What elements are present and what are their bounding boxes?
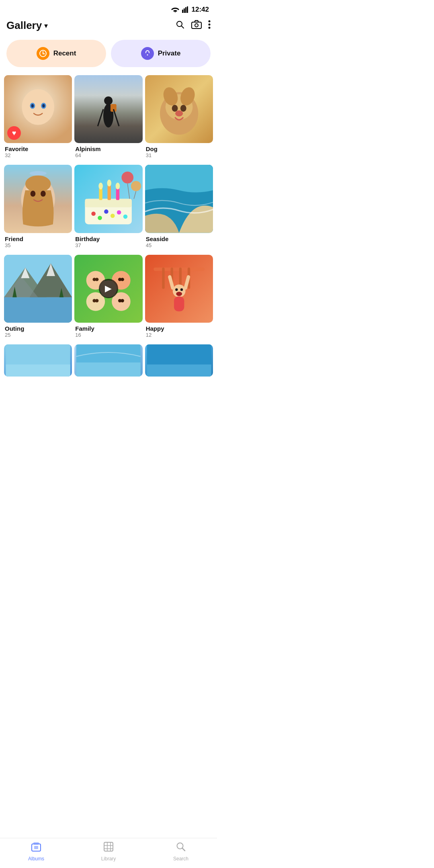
svg-rect-6 <box>192 22 201 29</box>
more-icon[interactable] <box>208 20 211 31</box>
svg-rect-51 <box>99 188 102 201</box>
svg-point-8 <box>209 20 211 22</box>
status-time: 12:42 <box>192 6 209 14</box>
wifi-icon <box>171 6 180 13</box>
header-actions <box>175 20 211 32</box>
svg-rect-3 <box>187 6 188 13</box>
header-title-group: Gallery ▾ <box>6 19 48 32</box>
album-name: Happy <box>146 325 212 332</box>
svg-point-39 <box>25 176 51 192</box>
svg-point-36 <box>175 111 183 117</box>
svg-line-29 <box>114 109 119 126</box>
svg-rect-97 <box>6 364 70 377</box>
svg-point-41 <box>41 191 46 197</box>
album-item[interactable]: Friend 35 <box>4 165 72 252</box>
album-item-partial[interactable] <box>74 344 142 377</box>
album-count: 32 <box>5 152 71 158</box>
svg-point-16 <box>147 54 148 55</box>
album-item-partial[interactable] <box>4 344 72 377</box>
svg-point-50 <box>123 215 128 219</box>
svg-point-42 <box>29 171 46 176</box>
svg-point-57 <box>122 172 134 184</box>
album-name: Outing <box>5 325 71 332</box>
album-count: 25 <box>5 332 71 338</box>
album-item[interactable]: Seaside 45 <box>145 165 213 252</box>
album-count: 12 <box>146 332 212 338</box>
album-thumb-favorite: ♥ <box>4 75 72 143</box>
svg-point-83 <box>121 299 124 302</box>
album-thumb-seaside <box>145 165 213 233</box>
album-thumb-partial <box>145 344 213 377</box>
albums-grid: ♥ Favorite 32 Alpinism 64 <box>0 75 217 377</box>
tab-recent[interactable]: Recent <box>6 40 106 67</box>
album-count: 37 <box>75 242 141 248</box>
album-item[interactable]: ♥ Favorite 32 <box>4 75 72 162</box>
album-info-birthday: Birthday 37 <box>74 233 142 252</box>
album-info-happy: Happy 12 <box>145 323 213 342</box>
svg-point-94 <box>175 288 178 291</box>
search-icon[interactable] <box>175 20 185 32</box>
svg-point-56 <box>116 183 120 190</box>
camera-icon[interactable] <box>191 20 202 31</box>
svg-point-9 <box>209 23 211 25</box>
svg-point-10 <box>209 27 211 29</box>
svg-line-5 <box>182 26 184 28</box>
play-badge: ▶ <box>99 279 118 298</box>
album-thumb-outing <box>4 255 72 323</box>
album-item[interactable]: Birthday 37 <box>74 165 142 252</box>
svg-rect-92 <box>174 296 184 311</box>
album-item[interactable]: ▶ Family 16 <box>74 255 142 342</box>
album-count: 45 <box>146 242 212 248</box>
album-thumb-dog <box>145 75 213 143</box>
svg-rect-1 <box>184 8 185 13</box>
status-bar: 12:42 <box>0 0 217 16</box>
svg-rect-85 <box>162 267 164 289</box>
svg-point-45 <box>92 212 96 216</box>
album-item[interactable]: Outing 25 <box>4 255 72 342</box>
app-header: Gallery ▾ <box>0 16 217 37</box>
svg-point-49 <box>117 211 121 215</box>
album-thumb-partial <box>4 344 72 377</box>
tab-private-label: Private <box>158 49 181 57</box>
app-title: Gallery <box>6 19 42 32</box>
album-thumb-happy <box>145 255 213 323</box>
svg-point-58 <box>131 181 141 191</box>
album-info-favorite: Favorite 32 <box>4 143 72 162</box>
svg-point-34 <box>172 105 178 112</box>
svg-point-22 <box>42 104 45 107</box>
tab-private[interactable]: Private <box>111 40 211 67</box>
album-thumb-family: ▶ <box>74 255 142 323</box>
dropdown-icon[interactable]: ▾ <box>44 21 48 30</box>
signal-icon <box>182 6 189 13</box>
tab-switcher: Recent Private <box>6 40 211 67</box>
album-info-alpinism: Alpinism 64 <box>74 143 142 162</box>
svg-rect-53 <box>116 188 119 201</box>
album-info-friend: Friend 35 <box>4 233 72 252</box>
svg-line-28 <box>98 109 104 126</box>
album-count: 31 <box>146 152 212 158</box>
album-thumb-alpinism <box>74 75 142 143</box>
svg-point-21 <box>31 104 34 107</box>
album-count: 64 <box>75 152 141 158</box>
album-item[interactable]: Dog 31 <box>145 75 213 162</box>
album-item[interactable]: Happy 12 <box>145 255 213 342</box>
svg-point-81 <box>95 299 98 302</box>
album-item-partial[interactable] <box>145 344 213 377</box>
svg-point-26 <box>104 96 113 105</box>
svg-rect-2 <box>185 7 186 13</box>
svg-point-7 <box>195 24 198 27</box>
svg-rect-52 <box>108 185 111 200</box>
svg-point-55 <box>107 180 112 186</box>
svg-line-59 <box>128 184 130 199</box>
album-item[interactable]: Alpinism 64 <box>74 75 142 162</box>
album-name: Family <box>75 325 141 332</box>
svg-point-48 <box>111 214 115 218</box>
album-info-seaside: Seaside 45 <box>145 233 213 252</box>
tab-recent-label: Recent <box>53 49 76 57</box>
lock-icon <box>141 47 154 60</box>
album-count: 35 <box>5 242 71 248</box>
album-name: Friend <box>5 235 71 242</box>
album-thumb-birthday <box>74 165 142 233</box>
svg-point-40 <box>31 191 36 197</box>
album-name: Seaside <box>146 235 212 242</box>
